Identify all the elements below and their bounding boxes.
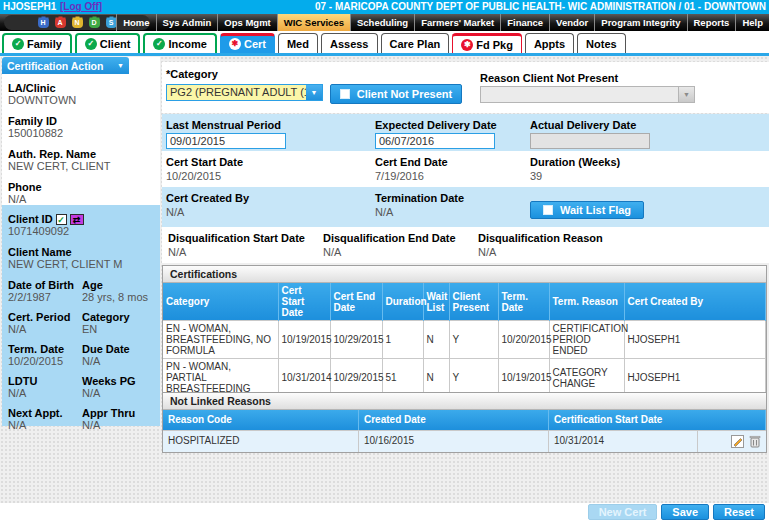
- tab-care-plan-label: Care Plan: [390, 38, 441, 50]
- nav-item-scheduling[interactable]: Scheduling: [350, 14, 414, 31]
- dob-label: Date of Birth: [8, 279, 82, 291]
- tab-med-label: Med: [287, 38, 309, 50]
- dq-end-value: N/A: [323, 246, 456, 258]
- nav-item-reports[interactable]: Reports: [687, 14, 736, 31]
- actual-delivery-input[interactable]: [530, 133, 650, 149]
- term-date-label: Term. Date: [8, 343, 82, 355]
- dq-start-label: Disqualification Start Date: [168, 232, 305, 244]
- not-linked-header-row: Reason Code Created Date Certification S…: [163, 410, 766, 430]
- certification-row[interactable]: EN - WOMAN, BREASTFEEDING, NO FORMULA 10…: [163, 321, 766, 359]
- content-area: Certification Action ▼ LA/Clinic DOWNTOW…: [0, 56, 769, 503]
- tab-client[interactable]: ✓ Client: [75, 33, 141, 53]
- certifications-panel: Certifications Category Cert Start Date …: [162, 265, 767, 397]
- cert-form: *Category PG2 (PREGNANT ADULT (18 ▼ Clie…: [162, 56, 769, 503]
- trash-icon: [749, 435, 761, 448]
- client-not-present-button[interactable]: Client Not Present: [330, 84, 462, 104]
- col-reason-code: Reason Code: [163, 410, 359, 430]
- cert-created-by-value: N/A: [166, 206, 249, 218]
- cert-start-label: Cert Start Date: [166, 156, 243, 168]
- duration-label: Duration (Weeks): [530, 156, 620, 168]
- col-created-date: Created Date: [359, 410, 549, 430]
- cert-start-value: 10/20/2015: [166, 170, 243, 182]
- weeks-pg-label: Weeks PG: [82, 375, 154, 387]
- certification-action-dropdown[interactable]: Certification Action ▼: [2, 57, 129, 74]
- client-name-value: NEW CERT, CLIENT M: [8, 258, 154, 270]
- appr-thru-value: N/A: [82, 419, 154, 431]
- edit-reason-button[interactable]: [730, 435, 744, 449]
- cert-period-field: Cert. Period N/A: [8, 311, 82, 335]
- nav-item-help[interactable]: Help: [735, 14, 769, 31]
- cert-period-value: N/A: [8, 323, 82, 335]
- duration-field: Duration (Weeks) 39: [530, 156, 620, 182]
- edd-input[interactable]: 06/07/2016: [375, 133, 495, 149]
- certification-row[interactable]: PN - WOMAN, PARTIAL BREASTFEEDING 10/31/…: [163, 359, 766, 397]
- duration-value: 39: [530, 170, 620, 182]
- log-off-link[interactable]: [Log Off]: [60, 0, 102, 14]
- dq-reason-label: Disqualification Reason: [478, 232, 603, 244]
- family-id-value: 150010882: [8, 127, 154, 139]
- tab-appts[interactable]: Appts: [525, 33, 574, 53]
- la-clinic-label: LA/Clinic: [8, 82, 154, 94]
- cell-created-by: HJOSEPH1: [624, 321, 766, 359]
- save-button[interactable]: Save: [661, 504, 709, 520]
- delete-reason-button[interactable]: [748, 435, 762, 449]
- cell-term-date: 10/19/2015: [498, 359, 549, 397]
- cert-created-by-label: Cert Created By: [166, 192, 249, 204]
- nav-item-farmers-market[interactable]: Farmers' Market: [414, 14, 500, 31]
- not-linked-reasons-panel: Not Linked Reasons Reason Code Created D…: [162, 392, 767, 453]
- cell-reason-code: HOSPITALIZED: [163, 431, 359, 452]
- phone-label: Phone: [8, 181, 154, 193]
- certifications-panel-title: Certifications: [163, 266, 766, 283]
- wait-list-flag-label: Wait List Flag: [560, 204, 631, 216]
- tab-income[interactable]: ✓ Income: [143, 33, 217, 53]
- tab-cert-active[interactable]: ✱ Cert: [220, 33, 275, 53]
- logo-hand-n: N: [72, 18, 83, 28]
- not-linked-reason-row[interactable]: HOSPITALIZED 10/16/2015 10/31/2014: [163, 430, 766, 452]
- cell-cert-end: 10/29/2015: [330, 359, 382, 397]
- reason-not-present-select[interactable]: ▼: [480, 86, 695, 103]
- logo-hand-h: H: [38, 18, 49, 28]
- cert-end-value: 7/19/2016: [375, 170, 448, 182]
- category-select[interactable]: PG2 (PREGNANT ADULT (18 ▼: [166, 84, 323, 101]
- col-category: Category: [163, 283, 278, 321]
- client-info-panel: Client ID ✓ ⇄ 1071409092 Client Name NEW…: [2, 205, 160, 426]
- cell-cert-start: 10/19/2015: [278, 321, 330, 359]
- cert-period-label: Cert. Period: [8, 311, 82, 323]
- nav-item-finance[interactable]: Finance: [500, 14, 549, 31]
- due-date-label: Due Date: [82, 343, 154, 355]
- edit-pencil-icon: [731, 435, 744, 448]
- ldtu-field: LDTU N/A: [8, 375, 82, 399]
- tab-fd-pkg-label: Fd Pkg: [476, 39, 513, 51]
- nav-item-wic-services[interactable]: WIC Services: [277, 14, 350, 31]
- window-title: 07 - MARICOPA COUNTY DEPT OF PUBLIC HEAL…: [315, 0, 766, 14]
- nav-item-ops-mgmt[interactable]: Ops Mgmt: [217, 14, 276, 31]
- family-id-label: Family ID: [8, 115, 154, 127]
- tab-fd-pkg[interactable]: ✱ Fd Pkg: [452, 33, 522, 53]
- tab-notes[interactable]: Notes: [577, 33, 626, 53]
- nav-item-vendor[interactable]: Vendor: [549, 14, 594, 31]
- new-cert-button[interactable]: New Cert: [588, 504, 658, 520]
- dob-field: Date of Birth 2/2/1987: [8, 279, 82, 303]
- logged-in-user: HJOSEPH1: [3, 0, 56, 14]
- cell-term-date: 10/20/2015: [498, 321, 549, 359]
- nav-item-program-integrity[interactable]: Program Integrity: [594, 14, 686, 31]
- client-name-label: Client Name: [8, 246, 154, 258]
- lmp-input[interactable]: 09/01/2015: [166, 133, 286, 149]
- required-asterisk-icon: ✱: [461, 39, 473, 51]
- tab-assess[interactable]: Assess: [321, 33, 378, 53]
- nav-item-sys-admin[interactable]: Sys Admin: [156, 14, 218, 31]
- tab-care-plan[interactable]: Care Plan: [381, 33, 450, 53]
- reset-button[interactable]: Reset: [713, 504, 765, 520]
- age-label: Age: [82, 279, 154, 291]
- client-not-present-label: Client Not Present: [357, 88, 452, 100]
- tab-family[interactable]: ✓ Family: [2, 33, 72, 53]
- reason-not-present-label: Reason Client Not Present: [480, 72, 618, 84]
- nav-item-home[interactable]: Home: [116, 14, 155, 31]
- wait-list-flag-button[interactable]: Wait List Flag: [530, 201, 644, 219]
- termination-date-label: Termination Date: [375, 192, 464, 204]
- cell-category: EN - WOMAN, BREASTFEEDING, NO FORMULA: [163, 321, 278, 359]
- chevron-down-icon: ▼: [117, 62, 124, 69]
- tab-med[interactable]: Med: [278, 33, 318, 53]
- transfer-icon[interactable]: ⇄: [70, 214, 84, 225]
- tab-cert-label: Cert: [244, 38, 266, 50]
